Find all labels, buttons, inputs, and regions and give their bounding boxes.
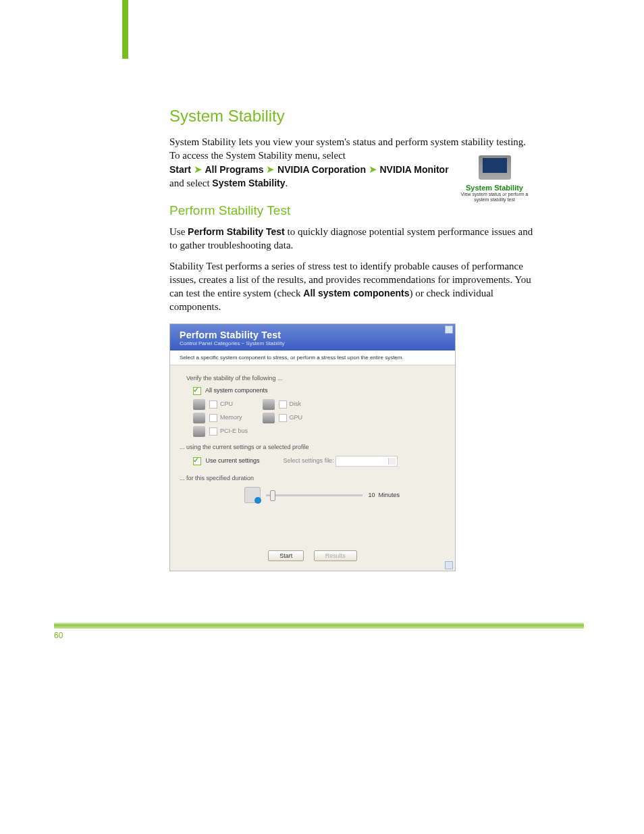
scrollbar-up-icon[interactable] xyxy=(445,325,453,334)
nav-nvidia: NVIDIA Corporation xyxy=(277,164,366,175)
results-button[interactable]: Results xyxy=(314,550,357,561)
dialog-title: Perform Stability Test xyxy=(180,330,446,340)
checkbox-all-components[interactable] xyxy=(193,387,201,395)
arrow-icon: ➤ xyxy=(266,163,275,175)
memory-icon xyxy=(193,413,205,423)
p2a: Use xyxy=(169,226,188,237)
checkbox-all-components-label: All system components xyxy=(205,387,268,394)
monitor-icon xyxy=(479,155,511,180)
page-accent-bar xyxy=(122,0,128,59)
checkbox-memory-label: Memory xyxy=(220,414,242,421)
arrow-icon: ➤ xyxy=(369,163,377,175)
para-2: Use Perform Stability Test to quickly di… xyxy=(169,225,534,253)
slider-track[interactable] xyxy=(266,494,363,496)
checkbox-memory[interactable] xyxy=(209,414,217,422)
pcie-icon xyxy=(193,426,205,437)
nav-monitor: NVIDIA Monitor xyxy=(379,164,448,175)
para-3: Stability Test performs a series of stre… xyxy=(169,259,534,314)
select-settings-file-label: Select settings file: xyxy=(284,457,336,464)
thumb-caption: View system status or perform a system s… xyxy=(456,192,533,203)
dialog-header: Perform Stability Test Control Panel Cat… xyxy=(170,324,455,350)
section-duration-label: ... for this specified duration xyxy=(180,475,439,481)
checkbox-pcie[interactable] xyxy=(209,427,217,436)
disk-icon xyxy=(263,399,275,410)
checkbox-use-current-label: Use current settings xyxy=(206,457,260,464)
p3-bold: All system components xyxy=(303,288,409,298)
dialog-description: Select a specific system component to st… xyxy=(170,350,455,365)
nav-target: System Stability xyxy=(212,178,285,188)
thumb-title: System Stability xyxy=(456,184,533,192)
checkbox-disk-label: Disk xyxy=(290,400,302,407)
duration-unit: Minutes xyxy=(378,492,400,498)
section-profile-label: ... using the current settings or a sele… xyxy=(180,444,439,450)
slider-thumb[interactable] xyxy=(270,490,275,501)
dialog-body: Verify the stability of the following ..… xyxy=(170,365,455,560)
settings-file-dropdown[interactable] xyxy=(336,456,398,467)
duration-value: 10 xyxy=(368,492,375,498)
checkbox-gpu-label: GPU xyxy=(290,414,303,421)
dialog-breadcrumb: Control Panel Categories ~ System Stabil… xyxy=(180,340,446,346)
intro-and-select: and select xyxy=(169,178,212,188)
footer-rule xyxy=(54,623,584,629)
page-number: 60 xyxy=(54,631,63,640)
checkbox-cpu[interactable] xyxy=(209,400,217,409)
screenshot-perform-stability-test: Perform Stability Test Control Panel Cat… xyxy=(169,323,456,571)
cpu-icon xyxy=(193,399,205,410)
checkbox-use-current[interactable] xyxy=(193,457,201,465)
checkbox-disk[interactable] xyxy=(279,400,287,409)
checkbox-cpu-label: CPU xyxy=(220,400,233,407)
gpu-icon xyxy=(263,413,275,423)
section-verify-label: Verify the stability of the following ..… xyxy=(186,375,439,382)
footer: 60 xyxy=(54,631,584,640)
nav-start: Start xyxy=(169,164,191,175)
heading-2: Perform Stability Test xyxy=(169,203,534,218)
duration-slider: 10 Minutes xyxy=(244,487,400,503)
checkbox-gpu[interactable] xyxy=(279,414,287,422)
start-button[interactable]: Start xyxy=(268,550,304,561)
arrow-icon: ➤ xyxy=(194,163,203,175)
system-stability-thumb: System Stability View system status or p… xyxy=(456,155,533,203)
period: . xyxy=(285,178,288,188)
scrollbar-down-icon[interactable] xyxy=(445,561,453,569)
dialog-buttons: Start Results xyxy=(170,550,455,561)
main-content: System Stability System Stability lets y… xyxy=(169,107,534,314)
nav-programs: All Programs xyxy=(205,164,263,175)
p2-bold: Perform Stability Test xyxy=(188,226,285,237)
heading-1: System Stability xyxy=(169,107,534,126)
clock-icon xyxy=(244,487,261,503)
checkbox-pcie-label: PCI-E bus xyxy=(220,427,248,434)
